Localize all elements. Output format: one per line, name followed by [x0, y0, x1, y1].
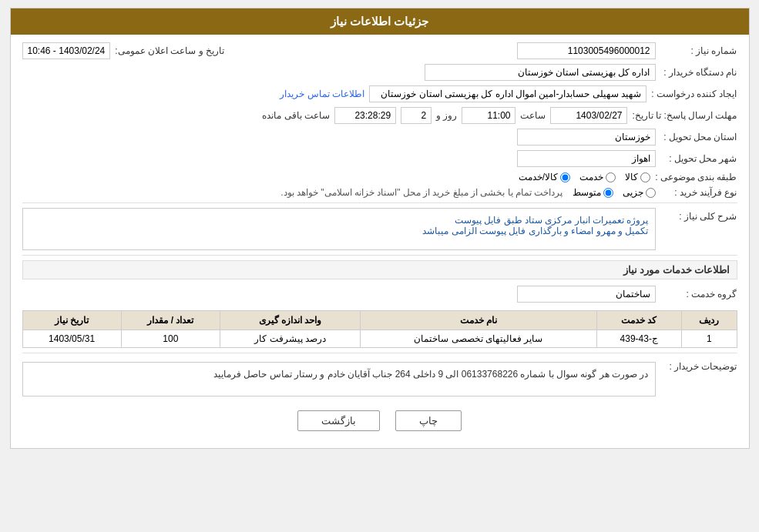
row-response-deadline: مهلت ارسال پاسخ: تا تاریخ: 1403/02/27 سا…	[22, 107, 737, 124]
row-buyer-notes: توضیحات خریدار : در صورت هر گونه سوال با…	[22, 358, 737, 396]
city-label: شهر محل تحویل :	[660, 153, 737, 164]
table-row: 1ج-43-439سایر فعالیتهای تخصصی ساختماندرص…	[22, 330, 737, 348]
service-group-value: ساختمان	[517, 286, 656, 303]
row-need-number: شماره نیاز : 1103005496000012 تاریخ و سا…	[22, 42, 737, 59]
cell-name: سایر فعالیتهای تخصصی ساختمان	[361, 330, 596, 348]
purchase-radio-group: جزیی متوسط	[573, 187, 656, 198]
need-number-value: 1103005496000012	[517, 42, 656, 59]
province-value: خوزستان	[517, 129, 656, 146]
deadline-date: 1403/02/27	[550, 107, 627, 124]
content-area: شماره نیاز : 1103005496000012 تاریخ و سا…	[11, 35, 749, 448]
divider-3	[22, 353, 737, 353]
creator-value: شهید سهیلی حسابدار-امین اموال اداره کل ب…	[369, 85, 646, 102]
col-name: نام خدمت	[361, 311, 596, 330]
province-label: استان محل تحویل :	[660, 132, 737, 142]
service-group-label: گروه خدمت :	[660, 289, 737, 299]
radio-khedmat[interactable]: خدمت	[579, 172, 616, 182]
row-creator: ایجاد کننده درخواست : شهید سهیلی حسابدار…	[22, 85, 737, 102]
need-number-label: شماره نیاز :	[660, 45, 737, 56]
radio-kala-khedmat[interactable]: کالا/خدمت	[519, 172, 570, 182]
radio-jozi-input[interactable]	[646, 188, 656, 198]
city-value: اهواز	[517, 150, 656, 167]
category-label: طبقه بندی موضوعی :	[655, 172, 737, 182]
col-date: تاریخ نیاز	[22, 311, 121, 330]
radio-kala[interactable]: کالا	[625, 172, 650, 182]
main-container: جزئیات اطلاعات نیاز شماره نیاز : 1103005…	[10, 8, 750, 449]
print-button[interactable]: چاپ	[395, 410, 462, 431]
row-buyer-org: نام دستگاه خریدار : اداره کل بهزیستی است…	[22, 64, 737, 81]
radio-kala-khedmat-label: کالا/خدمت	[519, 172, 558, 182]
description-value: پروژه تعمیرات انبار مرکزی ستاد طبق فایل …	[22, 208, 656, 250]
deadline-time: 11:00	[462, 107, 516, 124]
service-info-title: اطلاعات خدمات مورد نیاز	[22, 260, 737, 279]
row-purchase-type: نوع فرآیند خرید : جزیی متوسط پرداخت تمام…	[22, 187, 737, 198]
buyer-notes-value: در صورت هر گونه سوال با شماره 0613376822…	[22, 362, 656, 396]
contact-link[interactable]: اطلاعات تماس خریدار	[280, 89, 364, 99]
page-header: جزئیات اطلاعات نیاز	[11, 8, 749, 35]
radio-kala-khedmat-input[interactable]	[560, 172, 570, 182]
time-label: ساعت	[520, 110, 546, 121]
description-text: پروژه تعمیرات انبار مرکزی ستاد طبق فایل …	[29, 215, 649, 236]
back-button[interactable]: بازگشت	[297, 410, 380, 431]
radio-kala-label: کالا	[625, 172, 638, 182]
divider-1	[22, 202, 737, 203]
radio-khedmat-input[interactable]	[606, 172, 616, 182]
col-unit: واحد اندازه گیری	[220, 311, 360, 330]
radio-kala-input[interactable]	[640, 172, 650, 182]
col-code: کد خدمت	[596, 311, 681, 330]
buyer-org-label: نام دستگاه خریدار :	[660, 67, 737, 78]
radio-khedmat-label: خدمت	[579, 172, 603, 182]
radio-mutavasset-label: متوسط	[573, 187, 601, 198]
row-service-group: گروه خدمت : ساختمان	[22, 286, 737, 303]
radio-mutavasset-input[interactable]	[603, 188, 613, 198]
date-announce-value: 1403/02/24 - 10:46	[22, 42, 111, 59]
description-label: شرح کلی نیاز :	[660, 208, 737, 222]
purchase-note: پرداخت تمام یا بخشی از مبلغ خرید از محل …	[280, 187, 563, 198]
radio-mutavasset[interactable]: متوسط	[573, 187, 613, 198]
divider-2	[22, 255, 737, 256]
cell-unit: درصد پیشرفت کار	[220, 330, 360, 348]
category-radio-group: کالا خدمت کالا/خدمت	[519, 172, 650, 182]
remaining-value: 23:28:29	[334, 107, 396, 124]
radio-jozi-label: جزیی	[623, 187, 643, 198]
col-row: ردیف	[681, 311, 737, 330]
days-label: روز و	[436, 110, 457, 121]
services-table-section: ردیف کد خدمت نام خدمت واحد اندازه گیری ت…	[22, 310, 737, 348]
buyer-notes-label: توضیحات خریدار :	[660, 358, 737, 372]
table-header-row: ردیف کد خدمت نام خدمت واحد اندازه گیری ت…	[22, 311, 737, 330]
row-category: طبقه بندی موضوعی : کالا خدمت کالا/خدمت	[22, 172, 737, 182]
date-announce-label: تاریخ و ساعت اعلان عمومی:	[115, 45, 224, 56]
remaining-label: ساعت باقی مانده	[262, 110, 330, 121]
cell-code: ج-43-439	[596, 330, 681, 348]
purchase-type-label: نوع فرآیند خرید :	[660, 187, 737, 198]
page-title: جزئیات اطلاعات نیاز	[331, 15, 428, 28]
row-province: استان محل تحویل : خوزستان	[22, 129, 737, 146]
cell-row: 1	[681, 330, 737, 348]
buyer-org-value: اداره کل بهزیستی استان خوزستان	[425, 64, 656, 81]
days-value: 2	[401, 107, 432, 124]
buttons-row: چاپ بازگشت	[22, 401, 737, 440]
col-quantity: تعداد / مقدار	[121, 311, 220, 330]
services-table: ردیف کد خدمت نام خدمت واحد اندازه گیری ت…	[22, 310, 737, 348]
response-deadline-label: مهلت ارسال پاسخ: تا تاریخ:	[632, 110, 737, 121]
radio-jozi[interactable]: جزیی	[623, 187, 656, 198]
cell-date: 1403/05/31	[22, 330, 121, 348]
row-description: شرح کلی نیاز : پروژه تعمیرات انبار مرکزی…	[22, 208, 737, 250]
creator-label: ایجاد کننده درخواست :	[651, 89, 737, 99]
row-city: شهر محل تحویل : اهواز	[22, 150, 737, 167]
cell-quantity: 100	[121, 330, 220, 348]
